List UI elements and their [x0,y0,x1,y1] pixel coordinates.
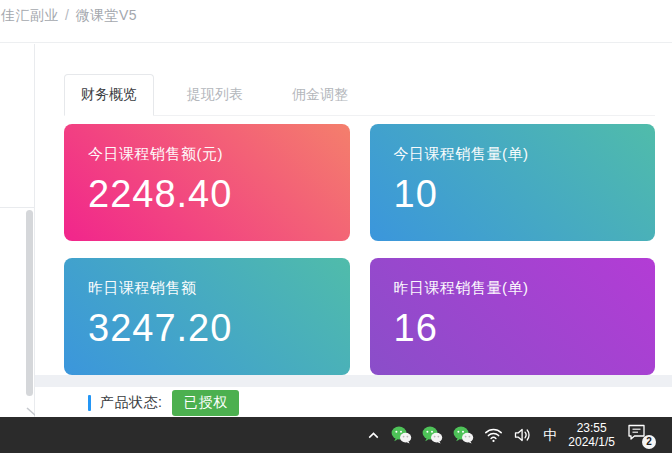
tray-network-button[interactable] [479,417,508,453]
content-area: 财务概览 提现列表 佣金调整 今日课程销售额(元) 2248.40 今日课程销售… [0,44,672,417]
stat-card-label: 昨日课程销售量(单) [394,279,632,298]
accent-bar [88,395,91,411]
breadcrumb-current: 微课堂V5 [75,7,137,23]
sidebar-edge [0,44,35,417]
breadcrumb-separator: / [65,7,69,23]
notification-count-badge: 2 [642,435,656,449]
tab-finance-overview[interactable]: 财务概览 [64,74,154,116]
breadcrumb: 佳汇副业/微课堂V5 [1,7,137,25]
stat-card-value: 16 [394,307,632,350]
action-center-button[interactable]: 2 [621,417,659,453]
stat-card-label: 昨日课程销售额 [88,279,326,298]
stat-card-value: 2248.40 [88,173,326,216]
wechat-icon [453,426,474,444]
windows-taskbar: 中 23:55 2024/1/5 2 [0,417,672,453]
sidebar-divider [0,207,34,208]
breadcrumb-parent[interactable]: 佳汇副业 [1,7,59,23]
product-status-label: 产品状态: [100,394,162,412]
stat-card-value: 10 [394,173,632,216]
stat-card-today-sales-amount: 今日课程销售额(元) 2248.40 [64,124,350,241]
sidebar-scrollbar-thumb[interactable] [26,210,33,396]
taskbar-clock[interactable]: 23:55 2024/1/5 [568,421,615,449]
status-badge: 已授权 [172,390,239,416]
stat-card-yesterday-sales-amount: 昨日课程销售额 3247.20 [64,258,350,375]
section-gap [35,375,672,387]
tray-wechat-3[interactable] [448,417,479,453]
stat-card-value: 3247.20 [88,307,326,350]
stat-cards: 今日课程销售额(元) 2248.40 今日课程销售量(单) 10 昨日课程销售额… [64,124,655,375]
stat-card-label: 今日课程销售量(单) [394,145,632,164]
volume-icon [513,427,533,443]
chevron-up-icon [366,428,381,443]
tray-ime-indicator[interactable]: 中 [538,417,562,453]
tray-volume-button[interactable] [508,417,538,453]
wifi-icon [484,427,503,443]
stat-card-yesterday-sales-count: 昨日课程销售量(单) 16 [370,258,656,375]
tab-bar: 财务概览 提现列表 佣金调整 [64,74,655,116]
tab-withdraw-list[interactable]: 提现列表 [171,75,259,115]
tray-show-hidden-icons-button[interactable] [361,417,386,453]
taskbar-date: 2024/1/5 [568,435,615,449]
stat-card-label: 今日课程销售额(元) [88,145,326,164]
product-status-section: 产品状态: 已授权 [35,387,672,419]
taskbar-time: 23:55 [568,421,615,435]
main-panel: 财务概览 提现列表 佣金调整 今日课程销售额(元) 2248.40 今日课程销售… [35,44,672,417]
wechat-icon [391,426,412,444]
stat-card-today-sales-count: 今日课程销售量(单) 10 [370,124,656,241]
tray-wechat-2[interactable] [417,417,448,453]
wechat-icon [422,426,443,444]
breadcrumb-bar: 佳汇副业/微课堂V5 [0,0,672,43]
tab-commission-adjust[interactable]: 佣金调整 [276,75,364,115]
tray-wechat-1[interactable] [386,417,417,453]
